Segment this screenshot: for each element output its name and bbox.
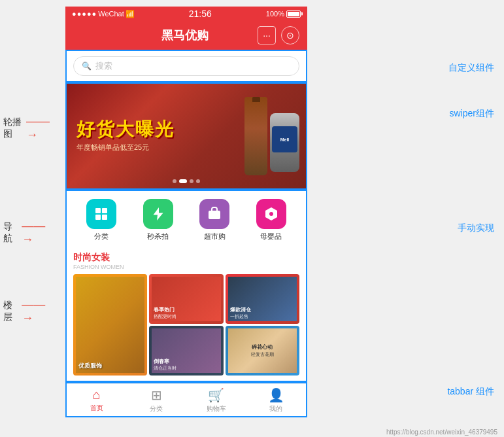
- cart-icon: 🛒: [208, 387, 224, 403]
- tabbar: ⌂ 首页 ⊞ 分类 🛒 购物车 👤 我的: [67, 383, 306, 416]
- floor-img-spring: 春季热门 搭配更时尚: [149, 274, 223, 324]
- flower-title: 碎花心动: [251, 344, 274, 351]
- coldspring-title: 倒春寒: [154, 358, 176, 365]
- category-tab-icon: ⊞: [151, 387, 162, 403]
- phone-area: ●●●●● WeChat 📶 21:56 100% 黑马优购 ··· ⊙: [65, 7, 307, 425]
- supermarket-icon-box: [199, 199, 229, 229]
- svg-rect-0: [95, 208, 101, 213]
- search-section-box: 🔍 搜索: [65, 50, 307, 82]
- battery-icon: [286, 10, 301, 18]
- swiper-text: 好货大曝光 年度畅销单品低至25元: [76, 120, 175, 152]
- svg-rect-5: [210, 214, 218, 215]
- floor-subtitle: FASHION WOMEN: [73, 264, 299, 270]
- floor-item-clearance[interactable]: 爆款清仓 一折起售: [226, 274, 299, 324]
- dot-3[interactable]: [190, 179, 193, 183]
- app-nav-bar: 黑马优购 ··· ⊙: [65, 21, 307, 50]
- bag-icon: [207, 206, 222, 222]
- floor-item-flower[interactable]: 碎花心动 轻复古花期: [226, 326, 299, 376]
- tab-cart[interactable]: 🛒 购物车: [186, 384, 246, 416]
- category-label: 分类: [94, 232, 109, 241]
- search-section: 🔍 搜索: [67, 51, 306, 81]
- nav-icons: ··· ⊙: [258, 26, 299, 44]
- floor-label: 楼层 ——→: [3, 298, 52, 325]
- floor-img-main: 优质服饰: [73, 274, 147, 376]
- tab-home[interactable]: ⌂ 首页: [67, 384, 127, 416]
- tabbar-section-box: ⌂ 首页 ⊞ 分类 🛒 购物车 👤 我的: [65, 382, 307, 417]
- wifi-icon: 📶: [126, 10, 135, 18]
- carrier-label: WeChat: [98, 10, 124, 18]
- cart-tab-label: 购物车: [207, 404, 226, 413]
- floor-label-main: 优质服饰: [78, 362, 102, 370]
- floor-img-flower: 碎花心动 轻复古花期: [226, 326, 299, 376]
- spring-title: 春季热门: [154, 307, 176, 313]
- swiper-background: 好货大曝光 年度畅销单品低至25元 Mell: [67, 84, 306, 188]
- swiper-banner[interactable]: 好货大曝光 年度畅销单品低至25元 Mell: [67, 84, 306, 188]
- bottle-2: Mell: [270, 113, 299, 172]
- battery-percent: 100%: [266, 10, 284, 18]
- search-component-label: 自定义组件: [448, 62, 494, 74]
- main-container: 轮播图 ——→ 导航 ——→ 楼层 ——→ ●●●●● WeChat 📶 21:…: [0, 0, 504, 437]
- flash-icon-box: [143, 199, 173, 229]
- floor-title: 时尚女装: [73, 252, 299, 264]
- nav-component-label: 手动实现: [458, 222, 494, 234]
- signal-dots: ●●●●●: [72, 10, 97, 18]
- menu-icon-button[interactable]: ···: [258, 26, 276, 44]
- status-time: 21:56: [189, 9, 212, 19]
- spring-subtitle: 搭配更时尚: [154, 313, 176, 319]
- battery-fill: [288, 12, 299, 16]
- status-right: 100%: [266, 10, 301, 18]
- bottle-label: Mell: [272, 126, 297, 152]
- baby-icon-box: [256, 199, 286, 229]
- arrow-icon-3: ——→: [22, 298, 52, 325]
- floor-item-coldspring[interactable]: 倒春寒 清仓正当时: [149, 326, 223, 376]
- floor-item-spring[interactable]: 春季热门 搭配更时尚: [149, 274, 223, 324]
- status-left: ●●●●● WeChat 📶: [72, 10, 135, 18]
- supermarket-label: 超市购: [204, 232, 226, 241]
- floor-item-main[interactable]: 优质服饰: [73, 274, 147, 376]
- svg-point-6: [269, 212, 273, 216]
- swiper-component-label: swiper组件: [450, 108, 494, 120]
- dot-2-active[interactable]: [179, 179, 187, 183]
- nav-item-flash[interactable]: 秒杀拍: [143, 199, 173, 241]
- grid-icon: [93, 206, 109, 222]
- svg-rect-3: [102, 215, 107, 220]
- dot-1[interactable]: [173, 179, 176, 183]
- app-title: 黑马优购: [161, 27, 209, 43]
- floor-img-coldspring: 倒春寒 清仓正当时: [149, 326, 223, 376]
- clearance-subtitle: 一折起售: [230, 313, 251, 319]
- home-tab-label: 首页: [90, 404, 103, 413]
- arrow-icon-2: ——→: [22, 219, 52, 247]
- dot-4[interactable]: [196, 179, 200, 183]
- nav-item-supermarket[interactable]: 超市购: [199, 199, 229, 241]
- search-bar[interactable]: 🔍 搜索: [73, 56, 299, 76]
- svg-rect-1: [102, 208, 107, 213]
- coldspring-subtitle: 清仓正当时: [154, 365, 176, 371]
- flash-label: 秒杀拍: [147, 232, 169, 241]
- flower-subtitle: 轻复古花期: [251, 351, 274, 357]
- baby-label: 母婴品: [260, 232, 282, 241]
- nav-item-category[interactable]: 分类: [86, 199, 116, 241]
- tabbar-component-label: tabbar 组件: [447, 386, 494, 398]
- svg-rect-2: [95, 215, 101, 220]
- search-placeholder-text: 搜索: [95, 60, 112, 72]
- left-labels: 轮播图 ——→ 导航 ——→ 楼层 ——→: [0, 0, 52, 437]
- swiper-dots: [173, 179, 200, 183]
- swiper-main-title: 好货大曝光: [76, 120, 175, 140]
- target-icon-button[interactable]: ⊙: [281, 26, 299, 44]
- status-bar: ●●●●● WeChat 📶 21:56 100%: [65, 7, 307, 21]
- banner-label: 轮播图 ——→: [3, 114, 52, 142]
- nav-item-baby[interactable]: 母婴品: [256, 199, 286, 241]
- floor-img-clearance: 爆款清仓 一折起售: [226, 274, 299, 324]
- tab-category[interactable]: ⊞ 分类: [127, 384, 187, 416]
- home-icon: ⌂: [93, 387, 101, 402]
- flash-icon: [150, 206, 166, 222]
- profile-tab-label: 我的: [269, 404, 282, 413]
- category-tab-label: 分类: [150, 404, 163, 413]
- arrow-icon: ——→: [26, 114, 52, 142]
- category-icon-box: [86, 199, 116, 229]
- tab-profile[interactable]: 👤 我的: [246, 384, 307, 416]
- search-magnifier-icon: 🔍: [82, 61, 92, 71]
- user-icon: 👤: [268, 387, 284, 403]
- swiper-section-box: 好货大曝光 年度畅销单品低至25元 Mell: [65, 82, 307, 190]
- category-nav-section: 分类 秒杀拍: [67, 191, 306, 247]
